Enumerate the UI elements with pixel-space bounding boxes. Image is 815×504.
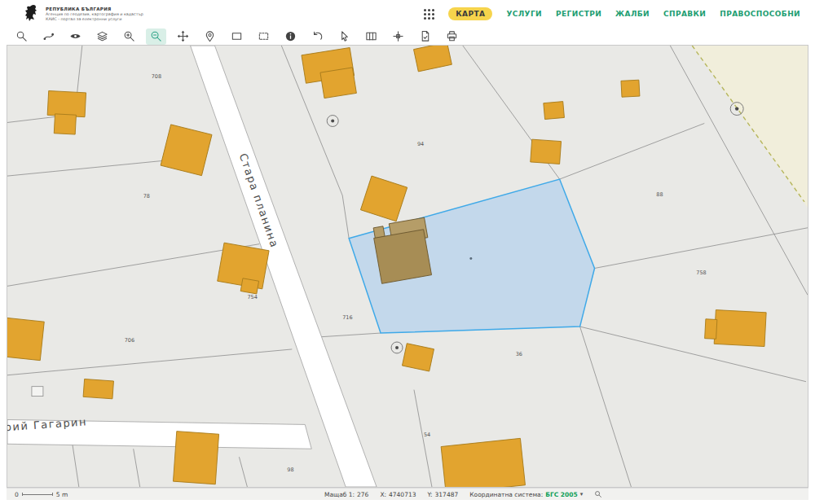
search-icon bbox=[15, 30, 28, 42]
dashed-rectangle-select-icon bbox=[258, 30, 270, 42]
eye-icon bbox=[69, 30, 82, 42]
document-note-tool-button[interactable] bbox=[415, 28, 435, 45]
building[interactable] bbox=[83, 379, 113, 399]
snap-tool-button[interactable] bbox=[388, 28, 408, 45]
street-stara-planina bbox=[191, 46, 377, 487]
scalebar-zero: 0 bbox=[15, 491, 19, 498]
rectangle-select-icon bbox=[231, 30, 243, 42]
parcel-number-label: 716 bbox=[342, 314, 352, 321]
apps-grid-icon[interactable] bbox=[424, 9, 434, 20]
agency-logo: РЕПУБЛИКА БЪЛГАРИЯ Агенция по геодезия, … bbox=[7, 4, 143, 24]
building[interactable] bbox=[441, 438, 525, 487]
crs-value: БГС 2005 bbox=[545, 491, 578, 498]
building[interactable] bbox=[320, 68, 356, 99]
print-tool-button[interactable] bbox=[442, 28, 462, 45]
crs-selector[interactable]: Координатна система: БГС 2005 ▾ bbox=[469, 491, 583, 498]
small-structure[interactable] bbox=[32, 387, 43, 397]
y-coordinate-value: 317487 bbox=[435, 491, 459, 498]
info-tool-button[interactable] bbox=[280, 28, 301, 45]
parcel-number-label: 78 bbox=[143, 193, 150, 199]
map-svg: 708789475470671636887585498 Стара планин… bbox=[7, 46, 808, 487]
map-scale-readout: Мащаб 1: 276 bbox=[324, 491, 368, 498]
building[interactable] bbox=[705, 319, 717, 340]
scalebar-line bbox=[22, 493, 53, 496]
map-scale-value: 276 bbox=[357, 491, 368, 498]
kais-cadastre-app: РЕПУБЛИКА БЪЛГАРИЯ Агенция по геодезия, … bbox=[0, 0, 815, 504]
nav-item-registri[interactable]: РЕГИСТРИ bbox=[556, 10, 601, 18]
selected-parcel-centroid bbox=[469, 257, 472, 260]
app-header: РЕПУБЛИКА БЪЛГАРИЯ Агенция по геодезия, … bbox=[7, 0, 808, 28]
map-toolbar bbox=[7, 28, 808, 45]
building[interactable] bbox=[402, 344, 434, 371]
parcel-number-label: 708 bbox=[152, 73, 161, 80]
visibility-tool-button[interactable] bbox=[65, 28, 86, 45]
geodetic-marker[interactable] bbox=[327, 116, 338, 127]
undo-tool-button[interactable] bbox=[307, 28, 328, 45]
building[interactable] bbox=[240, 278, 258, 294]
cursor-icon bbox=[338, 30, 350, 42]
parcel-number-label: 758 bbox=[696, 270, 706, 276]
main-nav: КАРТА УСЛУГИ РЕГИСТРИ ЖАЛБИ СПРАВКИ ПРАВ… bbox=[424, 7, 808, 20]
location-pin-icon bbox=[204, 30, 216, 42]
parcel-number-label: 98 bbox=[287, 467, 293, 473]
nav-item-karta[interactable]: КАРТА bbox=[448, 7, 492, 20]
x-coordinate-value: 4740713 bbox=[389, 491, 416, 498]
crs-label: Координатна система: bbox=[469, 491, 543, 498]
select-rectangle-tool-button[interactable] bbox=[227, 28, 247, 45]
lion-emblem-icon bbox=[24, 4, 41, 24]
building[interactable] bbox=[360, 176, 407, 221]
document-note-icon bbox=[419, 30, 431, 42]
zoom-in-icon bbox=[123, 30, 135, 42]
layers-tool-button[interactable] bbox=[92, 28, 112, 45]
layers-icon bbox=[96, 30, 108, 42]
logo-line-2: Агенция по геодезия, картография и кадас… bbox=[46, 12, 143, 16]
crs-dropdown-caret-icon[interactable]: ▾ bbox=[580, 491, 584, 498]
nav-item-pravosposobni[interactable]: ПРАВОСПОСОБНИ bbox=[720, 10, 800, 18]
y-coordinate-readout: Y: 317487 bbox=[427, 491, 458, 498]
x-coordinate-readout: X: 4740713 bbox=[380, 491, 416, 498]
zoom-in-tool-button[interactable] bbox=[119, 28, 139, 45]
parcel-number-label: 36 bbox=[516, 351, 522, 357]
building[interactable] bbox=[54, 114, 76, 134]
statusbar-search-icon[interactable] bbox=[594, 490, 602, 498]
parcel-number-label: 754 bbox=[247, 294, 257, 300]
zoom-out-icon bbox=[150, 30, 162, 42]
building[interactable] bbox=[414, 46, 452, 72]
nav-item-uslugi[interactable]: УСЛУГИ bbox=[506, 10, 542, 18]
info-icon bbox=[284, 30, 297, 42]
zoom-out-tool-button[interactable] bbox=[146, 28, 166, 45]
map-viewport[interactable]: 708789475470671636887585498 Стара планин… bbox=[7, 45, 808, 488]
building[interactable] bbox=[7, 317, 44, 360]
selected-building[interactable] bbox=[374, 230, 432, 284]
status-readouts: Мащаб 1: 276 X: 4740713 Y: 317487 Коорди… bbox=[324, 490, 602, 498]
parcel-number-label: 88 bbox=[656, 191, 663, 198]
logo-text: РЕПУБЛИКА БЪЛГАРИЯ Агенция по геодезия, … bbox=[46, 7, 143, 21]
attribute-table-tool-button[interactable] bbox=[361, 28, 381, 45]
location-pin-tool-button[interactable] bbox=[200, 28, 220, 45]
crosshair-icon bbox=[392, 30, 404, 42]
building[interactable] bbox=[173, 432, 218, 484]
pan-tool-button[interactable] bbox=[173, 28, 193, 45]
status-bar: 0 5 m Мащаб 1: 276 X: 4740713 Y: 317487 … bbox=[7, 488, 808, 500]
scalebar-label: 5 m bbox=[56, 491, 68, 498]
undo-arrow-icon bbox=[311, 30, 324, 42]
nav-item-zhalbi[interactable]: ЖАЛБИ bbox=[615, 10, 650, 18]
nav-item-spravki[interactable]: СПРАВКИ bbox=[663, 10, 706, 18]
select-polygon-tool-button[interactable] bbox=[253, 28, 274, 45]
measure-tool-button[interactable] bbox=[38, 28, 59, 45]
building[interactable] bbox=[544, 102, 565, 120]
building[interactable] bbox=[47, 91, 86, 117]
building[interactable] bbox=[531, 139, 562, 164]
parcel-number-label: 54 bbox=[424, 432, 430, 438]
map-scalebar: 0 5 m bbox=[15, 491, 68, 498]
search-tool-button[interactable] bbox=[11, 28, 32, 45]
geodetic-marker[interactable] bbox=[391, 342, 403, 353]
printer-icon bbox=[446, 30, 458, 42]
building[interactable] bbox=[161, 125, 212, 176]
building[interactable] bbox=[714, 310, 766, 347]
measure-icon bbox=[42, 30, 55, 42]
building[interactable] bbox=[621, 80, 640, 97]
logo-line-1: РЕПУБЛИКА БЪЛГАРИЯ bbox=[46, 7, 143, 11]
pointer-tool-button[interactable] bbox=[334, 28, 355, 45]
table-columns-icon bbox=[365, 30, 377, 42]
